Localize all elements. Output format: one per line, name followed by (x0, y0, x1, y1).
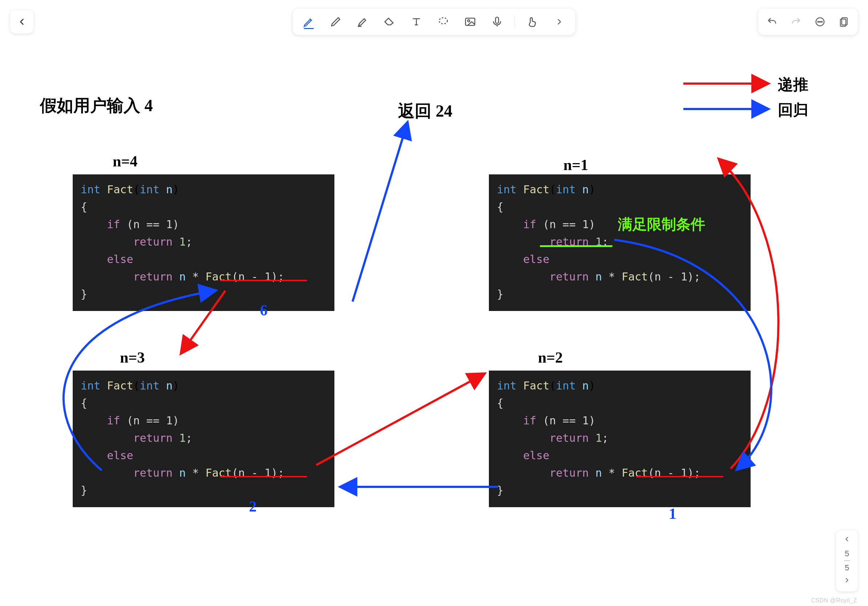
code-box-n3: int Fact(int n) { if (n == 1) return 1; … (73, 371, 335, 507)
underline-n2 (636, 476, 723, 478)
page-separator (844, 561, 850, 561)
code-box-n2: int Fact(int n) { if (n == 1) return 1; … (489, 371, 750, 507)
legend-red-label: 递推 (778, 74, 808, 95)
chevron-left-icon (843, 535, 851, 543)
value-n4: 6 (260, 301, 268, 319)
flow-arrows (0, 0, 109, 54)
box-n4-title: n=4 (113, 153, 137, 170)
box-n1-title: n=1 (563, 156, 588, 174)
page-next[interactable] (842, 575, 852, 588)
underline-n3 (220, 476, 307, 478)
chevron-right-icon (843, 576, 851, 584)
watermark: CSDN @Royil_Z (811, 597, 857, 604)
green-note: 满足限制条件 (618, 214, 705, 234)
value-n2: 1 (669, 505, 676, 523)
code-box-n1: int Fact(int n) { if (n == 1) return 1; … (489, 175, 750, 311)
underline-n4 (220, 280, 307, 281)
page-nav: 5 5 (836, 530, 858, 592)
result-label: 返回 24 (398, 100, 453, 122)
legend-arrows (0, 0, 109, 54)
value-n3: 2 (249, 498, 257, 515)
box-n3-title: n=3 (120, 349, 145, 366)
page-prev[interactable] (842, 534, 852, 547)
code-box-n4: int Fact(int n) { if (n == 1) return 1; … (73, 175, 335, 311)
underline-n1-green (540, 245, 612, 247)
heading-text: 假如用户输入 4 (40, 94, 153, 117)
canvas[interactable]: 假如用户输入 4 递推 回归 返回 24 n=4 int Fact(int n)… (0, 0, 868, 606)
legend-blue-label: 回归 (778, 100, 808, 120)
box-n2-title: n=2 (538, 349, 563, 366)
page-current: 5 (845, 549, 849, 558)
page-total: 5 (845, 563, 849, 573)
